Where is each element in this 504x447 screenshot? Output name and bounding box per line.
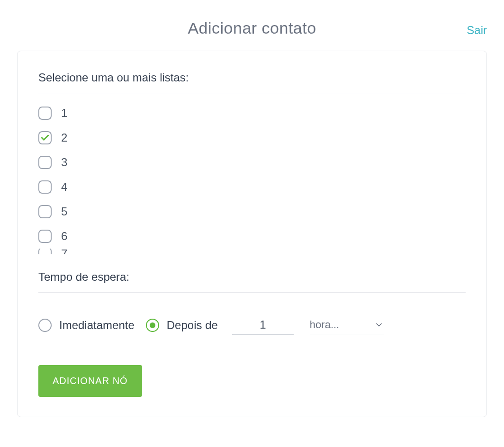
delay-value-input[interactable] <box>232 315 294 335</box>
list-item-label: 5 <box>61 205 67 218</box>
list-item-label: 6 <box>61 230 67 243</box>
add-node-button[interactable]: ADICIONAR NÓ <box>38 365 142 397</box>
list-checkbox[interactable] <box>38 205 52 218</box>
list-checkbox[interactable] <box>38 107 52 120</box>
list-item-label: 1 <box>61 107 67 120</box>
list-checkbox[interactable] <box>38 131 52 144</box>
check-icon <box>40 133 50 143</box>
list-scroll-area[interactable]: 1234567 <box>38 93 466 254</box>
list-checkbox[interactable] <box>38 249 52 254</box>
list-checkbox[interactable] <box>38 230 52 243</box>
list-item-label: 4 <box>61 180 67 194</box>
list-item: 5 <box>38 199 466 224</box>
list-item: 1 <box>38 101 466 125</box>
list-item-label: 7 <box>61 249 67 254</box>
list-item-label: 3 <box>61 156 67 169</box>
delay-unit-text: hora... <box>310 319 339 331</box>
list-item: 7 <box>38 249 466 254</box>
list-item: 2 <box>38 125 466 150</box>
radio-immediate-label: Imediatamente <box>59 319 135 332</box>
radio-dot-icon <box>150 322 155 328</box>
list-item: 4 <box>38 175 466 199</box>
chevron-down-icon <box>374 320 384 330</box>
page-title: Adicionar contato <box>188 19 316 37</box>
list-section-title: Selecione uma ou mais listas: <box>38 71 466 93</box>
radio-after-label: Depois de <box>167 319 218 332</box>
list-item: 6 <box>38 224 466 249</box>
list-checkbox[interactable] <box>38 156 52 169</box>
delay-unit-select[interactable]: hora... <box>310 316 384 334</box>
list-checkbox[interactable] <box>38 180 52 194</box>
radio-immediate[interactable] <box>38 319 52 332</box>
wait-section-title: Tempo de espera: <box>38 270 466 293</box>
radio-after[interactable] <box>146 319 159 332</box>
exit-link[interactable]: Sair <box>467 24 487 37</box>
form-card: Selecione uma ou mais listas: 1234567 Te… <box>17 51 487 417</box>
list-item-label: 2 <box>61 131 67 144</box>
list-item: 3 <box>38 150 466 175</box>
